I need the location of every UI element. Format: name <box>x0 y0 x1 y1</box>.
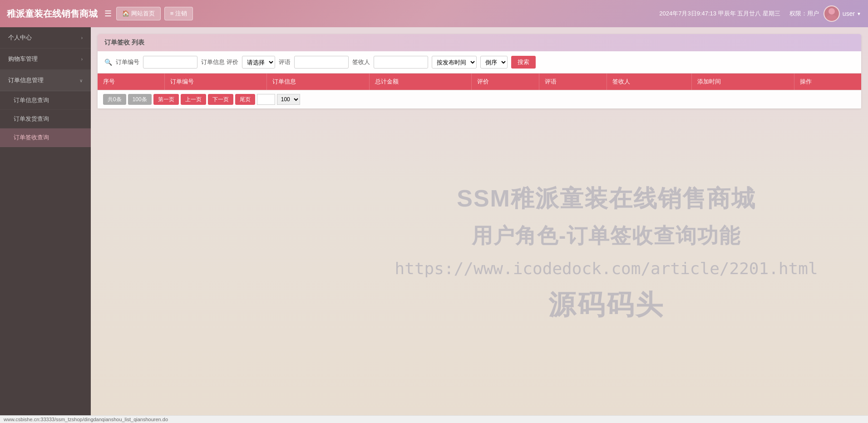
hamburger-icon: ☰ <box>104 9 112 18</box>
sidebar-sublabel-order-sign-query: 订单签收查询 <box>14 134 49 141</box>
sort-direction-select[interactable]: 倒序 正序 <box>480 56 508 69</box>
receiver-label: 签收人 <box>352 58 370 66</box>
svg-point-1 <box>826 15 837 20</box>
page-size-select[interactable]: 10 20 50 100 <box>277 94 300 105</box>
sidebar-label-personal-center: 个人中心 <box>8 34 32 42</box>
main-content-area: 订单签收 列表 🔍 订单编号 订单信息 评价 请选择 好评 中评 差评 评语 <box>91 27 868 423</box>
permission-display: 权限：用户 <box>789 10 819 18</box>
review-input[interactable] <box>294 56 349 69</box>
table-header-row: 序号 订单编号 订单信息 总计金额 评价 评语 签收人 添加时间 操作 <box>98 74 861 90</box>
page-title: 订单签收 列表 <box>104 39 144 46</box>
user-dropdown-icon[interactable]: ▼ <box>857 11 861 16</box>
username-display: user <box>843 10 855 17</box>
page-jump-input[interactable] <box>257 94 275 105</box>
pagination-info: 100条 <box>128 94 152 105</box>
sidebar-item-order-info-management[interactable]: 订单信息管理 ∨ <box>0 70 91 91</box>
receiver-input[interactable] <box>374 56 428 69</box>
svg-point-0 <box>829 8 835 15</box>
col-order-id: 订单编号 <box>165 74 267 90</box>
sidebar-item-personal-center[interactable]: 个人中心 › <box>0 27 91 49</box>
sidebar-subitem-order-delivery-query[interactable]: 订单发货查询 <box>0 110 91 128</box>
avatar <box>824 5 840 22</box>
watermark-overlay: SSM稚派童装在线销售商城 用户角色-订单签收查询功能 https://www.… <box>395 183 818 324</box>
sidebar-toggle-button[interactable]: ☰ <box>104 9 112 19</box>
sort-field-select[interactable]: 按发布时间 按金额 <box>432 56 477 69</box>
sidebar-subitem-order-info-query[interactable]: 订单信息查询 <box>0 91 91 110</box>
next-page-button[interactable]: 下一页 <box>208 94 233 105</box>
last-page-button[interactable]: 尾页 <box>235 94 255 105</box>
total-count-display: 共0条 <box>103 94 126 105</box>
col-receiver: 签收人 <box>607 74 692 90</box>
chevron-right-icon: › <box>81 35 83 40</box>
prev-page-button[interactable]: 上一页 <box>181 94 206 105</box>
order-info-label: 订单信息 评价 <box>201 58 238 66</box>
col-sequence: 序号 <box>98 74 165 90</box>
order-sign-table: 序号 订单编号 订单信息 总计金额 评价 评语 签收人 添加时间 操作 <box>98 74 861 90</box>
app-header: 稚派童装在线销售商城 ☰ 🏠 网站首页 ≡ 注销 2024年7月3日9:47:1… <box>0 0 868 27</box>
search-icon: 🔍 <box>104 59 112 66</box>
watermark-line3: https://www.icodedock.com/article/2201.h… <box>395 259 818 278</box>
sidebar-item-cart-management[interactable]: 购物车管理 › <box>0 49 91 70</box>
sidebar-subitem-order-sign-query[interactable]: 订单签收查询 <box>0 128 91 147</box>
evaluation-select[interactable]: 请选择 好评 中评 差评 <box>242 56 275 69</box>
sidebar-label-cart-management: 购物车管理 <box>8 55 38 63</box>
col-total-amount: 总计金额 <box>369 74 471 90</box>
order-id-label: 订单编号 <box>116 58 139 66</box>
col-operation: 操作 <box>794 74 861 90</box>
chevron-down-icon: ∨ <box>79 78 83 83</box>
sidebar-label-order-info-management: 订单信息管理 <box>8 76 44 84</box>
content-card: 订单签收 列表 🔍 订单编号 订单信息 评价 请选择 好评 中评 差评 评语 <box>98 34 861 108</box>
watermark-line1: SSM稚派童装在线销售商城 <box>395 183 818 215</box>
sidebar-sublabel-order-info-query: 订单信息查询 <box>14 97 49 103</box>
col-add-time: 添加时间 <box>692 74 794 90</box>
pagination-bar: 共0条 100条 第一页 上一页 下一页 尾页 10 20 50 100 <box>98 90 861 108</box>
sidebar: 个人中心 › 购物车管理 › 订单信息管理 ∨ 订单信息查询 订单发货查询 订单… <box>0 27 91 423</box>
page-container: 订单签收 列表 🔍 订单编号 订单信息 评价 请选择 好评 中评 差评 评语 <box>91 27 868 115</box>
watermark-line2: 用户角色-订单签收查询功能 <box>395 222 818 250</box>
header-right-section: 2024年7月3日9:47:13 甲辰年 五月廿八 星期三 权限：用户 user… <box>659 5 861 22</box>
review-label: 评语 <box>279 58 291 66</box>
logout-nav-button[interactable]: ≡ 注销 <box>164 7 193 20</box>
col-review: 评语 <box>539 74 607 90</box>
col-order-info: 订单信息 <box>267 74 369 90</box>
sidebar-sublabel-order-delivery-query: 订单发货查询 <box>14 115 49 122</box>
status-url: www.csbishe.cn:33333/ssm_tzshop/dingdanq… <box>4 417 168 422</box>
first-page-button[interactable]: 第一页 <box>153 94 179 105</box>
order-id-input[interactable] <box>143 56 197 69</box>
main-layout: 个人中心 › 购物车管理 › 订单信息管理 ∨ 订单信息查询 订单发货查询 订单… <box>0 27 868 423</box>
col-evaluation: 评价 <box>471 74 539 90</box>
card-header: 订单签收 列表 <box>98 34 861 51</box>
app-title: 稚派童装在线销售商城 <box>7 8 98 20</box>
chevron-right-icon-cart: › <box>81 57 83 62</box>
home-nav-button[interactable]: 🏠 网站首页 <box>116 7 161 20</box>
watermark-line4: 源码码头 <box>395 287 818 324</box>
search-bar: 🔍 订单编号 订单信息 评价 请选择 好评 中评 差评 评语 签收人 <box>98 51 861 74</box>
search-button[interactable]: 搜索 <box>511 56 536 69</box>
status-bar: www.csbishe.cn:33333/ssm_tzshop/dingdanq… <box>0 415 868 423</box>
datetime-display: 2024年7月3日9:47:13 甲辰年 五月廿八 星期三 <box>659 10 780 18</box>
